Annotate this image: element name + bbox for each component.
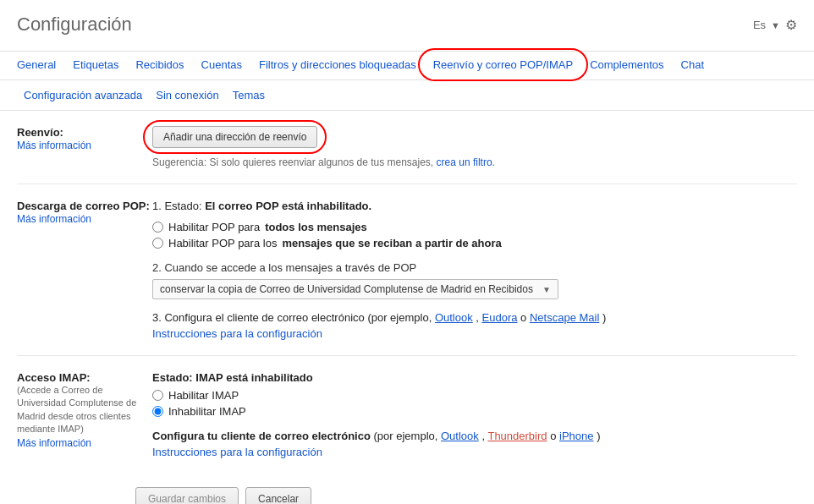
imap-config-link[interactable]: Instrucciones para la configuración [152,446,797,458]
lang-dropdown-arrow[interactable]: ▼ [771,20,780,30]
suggestion-text: Sugerencia: Si solo quieres reenviar alg… [152,156,797,168]
imap-disable-radio[interactable] [152,406,163,417]
pop-more-info[interactable]: Más información [17,213,91,225]
pop-status-row: 1. Estado: El correo POP está inhabilita… [152,200,797,212]
create-filter-link[interactable]: crea un filtro. [437,156,495,168]
footer-bar: Guardar cambios Cancelar [0,474,814,504]
imap-config-row: Configura tu cliente de correo electróni… [152,430,797,442]
imap-title: Acceso IMAP: [17,371,152,384]
pop-step3-row: 3. Configura el cliente de correo electr… [152,311,797,324]
sub-nav: Configuración avanzada Sin conexión Tema… [0,80,814,111]
page-header: Es ▼ ⚙ Configuración [0,0,814,52]
subtab-avanzada[interactable]: Configuración avanzada [17,85,149,105]
reenvio-title: Reenvío: [17,126,152,139]
imap-outlook-link[interactable]: Outlook [441,430,479,442]
imap-disable-label: Inhabilitar IMAP [168,405,246,418]
reenvio-label: Reenvío: Más información [17,126,152,151]
pop-new-radio[interactable] [152,238,163,249]
tab-filtros[interactable]: Filtros y direcciones bloqueadas [250,52,425,79]
reenvio-section: Reenvío: Más información Añadir una dire… [17,111,797,184]
tab-etiquetas[interactable]: Etiquetas [64,52,127,79]
main-nav: General Etiquetas Recibidos Cuentas Filt… [0,52,814,80]
imap-iphone-link[interactable]: iPhone [559,430,593,442]
imap-subtext: (Accede a Correo de Universidad Complute… [17,384,152,436]
imap-enable-row: Habilitar IMAP [152,389,797,402]
pop-title: Descarga de correo POP: [17,200,152,212]
pop-content: 1. Estado: El correo POP está inhabilita… [152,200,797,340]
pop-option1-row: Habilitar POP para todos los mensajes [152,221,797,233]
tab-general[interactable]: General [8,52,64,79]
pop-all-radio[interactable] [152,222,163,233]
imap-thunderbird-link[interactable]: Thunderbird [487,430,547,442]
imap-enable-radio[interactable] [152,390,163,401]
subtab-temas[interactable]: Temas [226,85,272,105]
dropdown-arrow-icon: ▼ [542,285,551,294]
lang-label[interactable]: Es [753,19,766,31]
pop-option2-bold: mensajes que se reciban a partir de ahor… [282,237,501,249]
imap-disable-row: Inhabilitar IMAP [152,405,797,418]
pop-eudora-link[interactable]: Eudora [482,311,518,324]
imap-section: Acceso IMAP: (Accede a Correo de Univers… [17,356,797,474]
pop-netscape-link[interactable]: Netscape Mail [530,311,599,324]
imap-status-text: Estado: IMAP está inhabilitado [152,371,797,384]
tab-cuentas[interactable]: Cuentas [193,52,250,79]
imap-more-info[interactable]: Más información [17,437,91,449]
reenvio-content: Añadir una dirección de reenvío Sugerenc… [152,126,797,168]
tab-reenvio[interactable]: Reenvío y correo POP/IMAP [425,52,581,79]
page-title: Configuración [17,14,797,36]
imap-label: Acceso IMAP: (Accede a Correo de Univers… [17,371,152,449]
pop-option2-prefix: Habilitar POP para los [168,237,277,249]
reenvio-more-info[interactable]: Más información [17,140,91,151]
imap-enable-label: Habilitar IMAP [168,389,239,402]
pop-section: Descarga de correo POP: Más información … [17,184,797,356]
lang-gear-area[interactable]: Es ▼ ⚙ [753,17,797,33]
cancel-button[interactable]: Cancelar [245,487,311,504]
tab-recibidos[interactable]: Recibidos [127,52,192,79]
gear-icon[interactable]: ⚙ [785,17,797,33]
tab-complementos[interactable]: Complementos [581,52,672,79]
pop-option1-bold: todos los mensajes [265,221,367,233]
pop-label: Descarga de correo POP: Más información [17,200,152,225]
pop-option1-prefix: Habilitar POP para [168,221,260,233]
subtab-sinconexion[interactable]: Sin conexión [149,85,225,105]
pop-config-link[interactable]: Instrucciones para la configuración [152,327,797,340]
pop-step2-label: 2. Cuando se accede a los mensajes a tra… [152,261,797,274]
pop-option2-row: Habilitar POP para los mensajes que se r… [152,237,797,249]
pop-outlook-link[interactable]: Outlook [435,311,473,324]
imap-content: Estado: IMAP está inhabilitado Habilitar… [152,371,797,458]
add-forward-address-button[interactable]: Añadir una dirección de reenvío [152,126,317,148]
pop-status-text: El correo POP está inhabilitado. [205,200,371,212]
pop-access-dropdown[interactable]: conservar la copia de Correo de Universi… [152,279,558,299]
save-button[interactable]: Guardar cambios [135,487,239,504]
tab-chat[interactable]: Chat [673,52,712,79]
settings-content: Reenvío: Más información Añadir una dire… [0,111,814,474]
